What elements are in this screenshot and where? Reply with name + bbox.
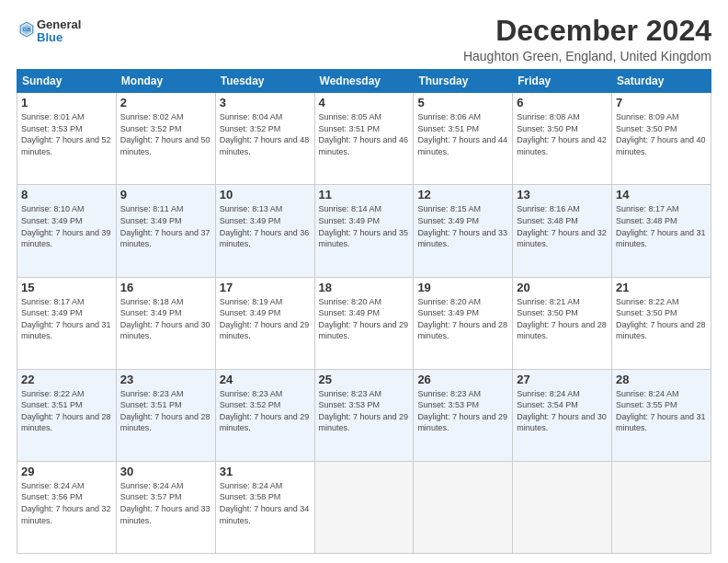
day-info: Sunrise: 8:22 AMSunset: 3:51 PMDaylight:… bbox=[21, 388, 112, 434]
day-number: 13 bbox=[517, 188, 608, 201]
day-info: Sunrise: 8:04 AMSunset: 3:52 PMDaylight:… bbox=[220, 111, 311, 157]
day-info: Sunrise: 8:24 AMSunset: 3:56 PMDaylight:… bbox=[21, 480, 112, 526]
day-number: 21 bbox=[616, 281, 707, 294]
table-row: 16Sunrise: 8:18 AMSunset: 3:49 PMDayligh… bbox=[116, 277, 215, 369]
month-title: December 2024 bbox=[463, 15, 711, 47]
day-number: 24 bbox=[220, 373, 311, 386]
table-row: 29Sunrise: 8:24 AMSunset: 3:56 PMDayligh… bbox=[17, 461, 117, 553]
table-row: 5Sunrise: 8:06 AMSunset: 3:51 PMDaylight… bbox=[414, 93, 513, 185]
day-info: Sunrise: 8:23 AMSunset: 3:53 PMDaylight:… bbox=[417, 388, 508, 434]
day-info: Sunrise: 8:09 AMSunset: 3:50 PMDaylight:… bbox=[616, 111, 707, 157]
col-saturday: Saturday bbox=[612, 70, 711, 93]
table-row: 10Sunrise: 8:13 AMSunset: 3:49 PMDayligh… bbox=[215, 185, 314, 277]
table-row: 11Sunrise: 8:14 AMSunset: 3:49 PMDayligh… bbox=[314, 185, 414, 277]
table-row: 2Sunrise: 8:02 AMSunset: 3:52 PMDaylight… bbox=[116, 93, 215, 185]
calendar-table: Sunday Monday Tuesday Wednesday Thursday… bbox=[17, 69, 711, 554]
col-thursday: Thursday bbox=[414, 70, 513, 93]
col-tuesday: Tuesday bbox=[215, 70, 314, 93]
day-info: Sunrise: 8:23 AMSunset: 3:52 PMDaylight:… bbox=[220, 388, 311, 434]
day-number: 9 bbox=[120, 188, 211, 201]
logo-text-line1: General bbox=[37, 18, 81, 31]
day-number: 29 bbox=[21, 465, 112, 478]
table-row bbox=[314, 461, 414, 553]
day-number: 19 bbox=[417, 281, 508, 294]
table-row: 12Sunrise: 8:15 AMSunset: 3:49 PMDayligh… bbox=[414, 185, 513, 277]
day-info: Sunrise: 8:13 AMSunset: 3:49 PMDaylight:… bbox=[220, 203, 311, 249]
day-info: Sunrise: 8:20 AMSunset: 3:49 PMDaylight:… bbox=[417, 296, 508, 342]
day-info: Sunrise: 8:24 AMSunset: 3:55 PMDaylight:… bbox=[616, 388, 707, 434]
table-row: 22Sunrise: 8:22 AMSunset: 3:51 PMDayligh… bbox=[17, 369, 117, 461]
table-row: 28Sunrise: 8:24 AMSunset: 3:55 PMDayligh… bbox=[612, 369, 711, 461]
day-number: 1 bbox=[21, 96, 112, 109]
table-row: 26Sunrise: 8:23 AMSunset: 3:53 PMDayligh… bbox=[414, 369, 513, 461]
svg-text:GB: GB bbox=[23, 28, 30, 33]
day-info: Sunrise: 8:21 AMSunset: 3:50 PMDaylight:… bbox=[517, 296, 608, 342]
day-info: Sunrise: 8:11 AMSunset: 3:49 PMDaylight:… bbox=[120, 203, 211, 249]
table-row bbox=[513, 461, 612, 553]
day-info: Sunrise: 8:22 AMSunset: 3:50 PMDaylight:… bbox=[616, 296, 707, 342]
day-number: 5 bbox=[417, 96, 508, 109]
table-row: 19Sunrise: 8:20 AMSunset: 3:49 PMDayligh… bbox=[414, 277, 513, 369]
logo-icon: GB bbox=[18, 19, 35, 40]
table-row: 24Sunrise: 8:23 AMSunset: 3:52 PMDayligh… bbox=[215, 369, 314, 461]
calendar-week-row: 15Sunrise: 8:17 AMSunset: 3:49 PMDayligh… bbox=[17, 277, 711, 369]
col-monday: Monday bbox=[116, 70, 215, 93]
table-row: 4Sunrise: 8:05 AMSunset: 3:51 PMDaylight… bbox=[314, 93, 414, 185]
table-row: 23Sunrise: 8:23 AMSunset: 3:51 PMDayligh… bbox=[116, 369, 215, 461]
table-row: 20Sunrise: 8:21 AMSunset: 3:50 PMDayligh… bbox=[513, 277, 612, 369]
calendar-week-row: 29Sunrise: 8:24 AMSunset: 3:56 PMDayligh… bbox=[17, 461, 711, 553]
table-row bbox=[612, 461, 711, 553]
table-row bbox=[414, 461, 513, 553]
table-row: 30Sunrise: 8:24 AMSunset: 3:57 PMDayligh… bbox=[116, 461, 215, 553]
location: Haughton Green, England, United Kingdom bbox=[463, 49, 711, 63]
day-info: Sunrise: 8:10 AMSunset: 3:49 PMDaylight:… bbox=[21, 203, 112, 249]
day-number: 7 bbox=[616, 96, 707, 109]
day-number: 28 bbox=[616, 373, 707, 386]
day-number: 31 bbox=[220, 465, 311, 478]
day-number: 26 bbox=[417, 373, 508, 386]
table-row: 3Sunrise: 8:04 AMSunset: 3:52 PMDaylight… bbox=[215, 93, 314, 185]
day-number: 23 bbox=[120, 373, 211, 386]
calendar-week-row: 22Sunrise: 8:22 AMSunset: 3:51 PMDayligh… bbox=[17, 369, 711, 461]
day-number: 3 bbox=[220, 96, 311, 109]
day-number: 17 bbox=[220, 281, 311, 294]
day-info: Sunrise: 8:24 AMSunset: 3:54 PMDaylight:… bbox=[517, 388, 608, 434]
table-row: 13Sunrise: 8:16 AMSunset: 3:48 PMDayligh… bbox=[513, 185, 612, 277]
day-number: 15 bbox=[21, 281, 112, 294]
day-number: 22 bbox=[21, 373, 112, 386]
day-number: 27 bbox=[517, 373, 608, 386]
day-number: 14 bbox=[616, 188, 707, 201]
day-info: Sunrise: 8:14 AMSunset: 3:49 PMDaylight:… bbox=[319, 203, 410, 249]
table-row: 27Sunrise: 8:24 AMSunset: 3:54 PMDayligh… bbox=[513, 369, 612, 461]
day-info: Sunrise: 8:18 AMSunset: 3:49 PMDaylight:… bbox=[120, 296, 211, 342]
day-number: 11 bbox=[319, 188, 410, 201]
table-row: 15Sunrise: 8:17 AMSunset: 3:49 PMDayligh… bbox=[17, 277, 117, 369]
day-info: Sunrise: 8:17 AMSunset: 3:49 PMDaylight:… bbox=[21, 296, 112, 342]
day-number: 4 bbox=[319, 96, 410, 109]
day-info: Sunrise: 8:24 AMSunset: 3:57 PMDaylight:… bbox=[120, 480, 211, 526]
col-wednesday: Wednesday bbox=[314, 70, 414, 93]
table-row: 17Sunrise: 8:19 AMSunset: 3:49 PMDayligh… bbox=[215, 277, 314, 369]
table-row: 8Sunrise: 8:10 AMSunset: 3:49 PMDaylight… bbox=[17, 185, 117, 277]
header-row: Sunday Monday Tuesday Wednesday Thursday… bbox=[17, 70, 711, 93]
table-row: 14Sunrise: 8:17 AMSunset: 3:48 PMDayligh… bbox=[612, 185, 711, 277]
day-number: 12 bbox=[417, 188, 508, 201]
day-info: Sunrise: 8:06 AMSunset: 3:51 PMDaylight:… bbox=[417, 111, 508, 157]
title-block: December 2024 Haughton Green, England, U… bbox=[463, 15, 711, 63]
table-row: 18Sunrise: 8:20 AMSunset: 3:49 PMDayligh… bbox=[314, 277, 414, 369]
header: GB General Blue December 2024 Haughton G… bbox=[17, 15, 711, 63]
day-number: 10 bbox=[220, 188, 311, 201]
day-info: Sunrise: 8:17 AMSunset: 3:48 PMDaylight:… bbox=[616, 203, 707, 249]
day-info: Sunrise: 8:16 AMSunset: 3:48 PMDaylight:… bbox=[517, 203, 608, 249]
logo: GB General Blue bbox=[17, 18, 81, 45]
table-row: 7Sunrise: 8:09 AMSunset: 3:50 PMDaylight… bbox=[612, 93, 711, 185]
day-number: 6 bbox=[517, 96, 608, 109]
calendar-page: GB General Blue December 2024 Haughton G… bbox=[0, 0, 728, 563]
day-info: Sunrise: 8:23 AMSunset: 3:53 PMDaylight:… bbox=[319, 388, 410, 434]
day-number: 8 bbox=[21, 188, 112, 201]
day-number: 30 bbox=[120, 465, 211, 478]
day-number: 20 bbox=[517, 281, 608, 294]
calendar-week-row: 1Sunrise: 8:01 AMSunset: 3:53 PMDaylight… bbox=[17, 93, 711, 185]
day-number: 25 bbox=[319, 373, 410, 386]
table-row: 6Sunrise: 8:08 AMSunset: 3:50 PMDaylight… bbox=[513, 93, 612, 185]
